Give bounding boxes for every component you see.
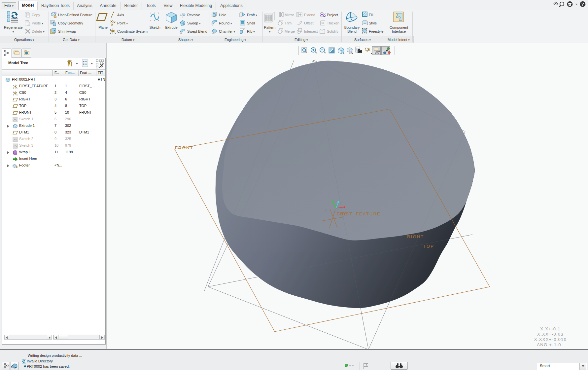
- svg-text:y: y: [325, 208, 327, 212]
- svg-text:X.XXX+-0.010: X.XXX+-0.010: [534, 337, 567, 342]
- svg-text:x: x: [17, 94, 17, 96]
- svg-text:X.X+-0.1: X.X+-0.1: [540, 326, 560, 331]
- svg-text:z: z: [110, 32, 111, 34]
- svg-text:?: ?: [581, 2, 584, 7]
- svg-text:x: x: [115, 32, 116, 34]
- svg-text:z: z: [13, 94, 14, 96]
- svg-text:RIGHT: RIGHT: [407, 234, 424, 239]
- svg-text:y: y: [13, 84, 14, 86]
- svg-text:X.XX+-0.03: X.XX+-0.03: [537, 332, 564, 337]
- svg-text:y: y: [110, 28, 111, 31]
- svg-text:x: x: [17, 87, 17, 89]
- svg-text:y: y: [13, 91, 14, 93]
- svg-text:z: z: [333, 210, 335, 213]
- svg-text:TOP: TOP: [423, 244, 434, 249]
- svg-text:x: x: [342, 215, 344, 219]
- svg-text:FRONT: FRONT: [175, 145, 193, 150]
- svg-text:ANG.+-1.0: ANG.+-1.0: [537, 342, 561, 347]
- svg-text:z: z: [13, 87, 14, 89]
